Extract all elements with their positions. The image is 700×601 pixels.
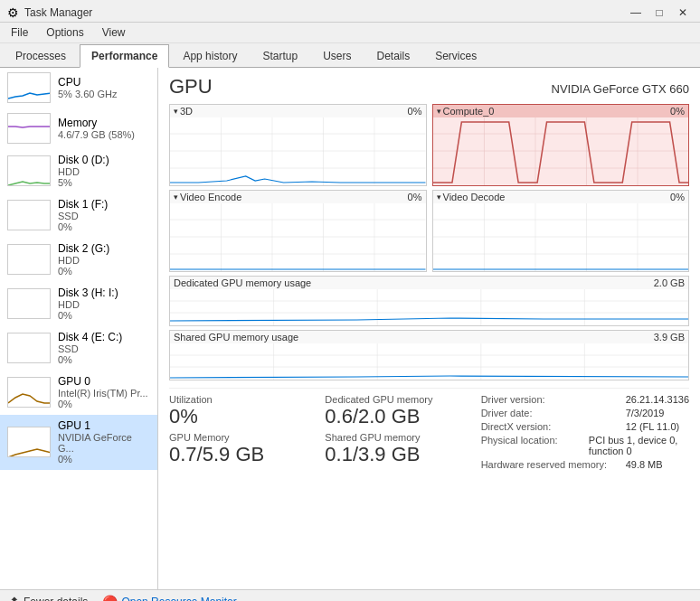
sidebar-item-cpu[interactable]: CPU 5% 3.60 GHz: [0, 68, 157, 108]
sidebar-item-disk4[interactable]: Disk 4 (E: C:) SSD 0%: [0, 326, 157, 371]
resource-monitor-icon: 🔴: [102, 595, 118, 601]
chart-shared-body: [170, 343, 688, 380]
chevron-icon: ▾: [174, 107, 178, 116]
chart-video-decode-label: ▾ Video Decode: [437, 192, 506, 202]
dedicated-mem-value: 0.6/2.0 GB: [325, 405, 462, 428]
chart-compute0-header: ▾ Compute_0 0%: [433, 105, 689, 117]
fewer-details-icon: ⬆: [9, 595, 20, 601]
chart-3d-pct: 0%: [408, 106, 422, 117]
menu-options[interactable]: Options: [43, 24, 87, 41]
cpu-graph: [7, 72, 51, 103]
gpu1-desc: NVIDIA GeForce G...: [58, 432, 150, 454]
utilization-item: Utilization 0%: [169, 394, 307, 428]
tab-performance[interactable]: Performance: [80, 44, 169, 68]
tab-startup[interactable]: Startup: [251, 44, 309, 68]
disk2-pct: 0%: [58, 266, 150, 277]
hw-reserved-label: Hardware reserved memory:: [481, 459, 626, 470]
tab-users[interactable]: Users: [311, 44, 363, 68]
tab-processes[interactable]: Processes: [4, 44, 78, 68]
memory-usage: 4.6/7.9 GB (58%): [58, 129, 150, 140]
chart-video-encode-body: [170, 203, 426, 271]
window-title: Task Manager: [24, 6, 92, 19]
sidebar-item-disk1[interactable]: Disk 1 (F:) SSD 0%: [0, 193, 157, 238]
sidebar-item-gpu1[interactable]: GPU 1 NVIDIA GeForce G... 0%: [0, 415, 157, 470]
chart-compute0-pct: 0%: [670, 106, 685, 117]
cpu-label: CPU: [58, 76, 150, 89]
svg-rect-17: [433, 117, 689, 185]
chart-dedicated-max: 2.0 GB: [654, 277, 685, 288]
footer: ⬆ Fewer details 🔴 Open Resource Monitor: [0, 589, 700, 601]
gpu-memory-label: GPU Memory: [169, 432, 307, 443]
driver-version-value: 26.21.14.3136: [626, 394, 689, 405]
chart-dedicated-body: [170, 289, 688, 325]
disk0-graph: [7, 155, 51, 186]
chart-3d-label: ▾ 3D: [174, 106, 193, 117]
main-layout: CPU 5% 3.60 GHz Memory 4.6/7.9 GB (58%): [0, 68, 700, 589]
svg-rect-6: [8, 333, 51, 363]
memory-graph: [7, 113, 51, 144]
directx-value: 12 (FL 11.0): [626, 421, 680, 432]
gpu-memory-item: GPU Memory 0.7/5.9 GB: [169, 432, 307, 466]
chart-video-encode: ▾ Video Encode 0%: [169, 190, 427, 272]
fewer-details-button[interactable]: ⬆ Fewer details: [9, 595, 88, 601]
physical-row: Physical location: PCI bus 1, device 0, …: [481, 435, 689, 456]
driver-date-row: Driver date: 7/3/2019: [481, 408, 689, 418]
charts-row-1: ▾ 3D 0%: [169, 104, 689, 186]
utilization-value: 0%: [169, 405, 307, 428]
info-left: Utilization 0% GPU Memory 0.7/5.9 GB: [169, 394, 307, 473]
tab-details[interactable]: Details: [364, 44, 421, 68]
tab-apphistory[interactable]: App history: [171, 44, 249, 68]
sidebar-item-memory[interactable]: Memory 4.6/7.9 GB (58%): [0, 108, 157, 149]
svg-rect-0: [8, 73, 51, 103]
gpu1-pct: 0%: [58, 454, 150, 465]
chevron-icon-2: ▾: [437, 107, 441, 116]
memory-info: Memory 4.6/7.9 GB (58%): [58, 117, 150, 140]
disk1-pct: 0%: [58, 221, 150, 232]
content-area: GPU NVIDIA GeForce GTX 660 ▾ 3D 0%: [158, 68, 700, 589]
chart-video-encode-header: ▾ Video Encode 0%: [170, 191, 426, 203]
cpu-info: CPU 5% 3.60 GHz: [58, 76, 150, 99]
chart-dedicated: Dedicated GPU memory usage 2.0 GB: [169, 276, 689, 326]
utilization-label: Utilization: [169, 394, 307, 405]
disk2-graph: [7, 244, 51, 275]
titlebar: ⚙ Task Manager — □ ✕: [0, 0, 700, 23]
disk2-type: HDD: [58, 255, 150, 266]
driver-version-label: Driver version:: [481, 394, 626, 405]
disk3-pct: 0%: [58, 310, 150, 321]
gpu0-label: GPU 0: [58, 375, 150, 388]
chart-video-decode-header: ▾ Video Decode 0%: [433, 191, 689, 203]
driver-version-row: Driver version: 26.21.14.3136: [481, 394, 689, 405]
chart-compute0: ▾ Compute_0 0%: [432, 104, 690, 186]
menu-file[interactable]: File: [7, 24, 32, 41]
chart-video-encode-pct: 0%: [408, 192, 422, 202]
chart-shared-max: 3.9 GB: [654, 332, 685, 343]
tab-services[interactable]: Services: [423, 44, 488, 68]
maximize-button[interactable]: □: [649, 5, 669, 20]
chart-3d-body: [170, 117, 426, 185]
chart-video-encode-label: ▾ Video Encode: [174, 192, 241, 202]
disk1-graph: [7, 200, 51, 230]
svg-rect-48: [170, 343, 688, 380]
disk0-pct: 5%: [58, 177, 150, 188]
chart-3d-header: ▾ 3D 0%: [170, 105, 426, 117]
disk4-label: Disk 4 (E: C:): [58, 331, 150, 343]
directx-label: DirectX version:: [481, 421, 626, 432]
gpu-header: GPU NVIDIA GeForce GTX 660: [169, 75, 689, 99]
minimize-button[interactable]: —: [626, 5, 646, 20]
open-resource-monitor-button[interactable]: 🔴 Open Resource Monitor: [102, 595, 236, 601]
dedicated-item: Dedicated GPU memory 0.6/2.0 GB: [325, 394, 462, 428]
menu-view[interactable]: View: [99, 24, 129, 41]
svg-rect-33: [433, 203, 689, 271]
disk3-type: HDD: [58, 299, 150, 310]
gpu-title: GPU: [169, 75, 213, 99]
close-button[interactable]: ✕: [673, 5, 693, 20]
svg-rect-2: [8, 156, 51, 186]
sidebar-item-disk2[interactable]: Disk 2 (G:) HDD 0%: [0, 238, 157, 282]
sidebar-item-disk0[interactable]: Disk 0 (D:) HDD 5%: [0, 149, 157, 193]
open-resource-label: Open Resource Monitor: [121, 596, 236, 601]
svg-rect-9: [170, 117, 426, 185]
gpu1-info: GPU 1 NVIDIA GeForce G... 0%: [58, 419, 150, 465]
sidebar-item-disk3[interactable]: Disk 3 (H: I:) HDD 0%: [0, 282, 157, 326]
sidebar-item-gpu0[interactable]: GPU 0 Intel(R) Iris(TM) Pr... 0%: [0, 371, 157, 415]
gpu-model: NVIDIA GeForce GTX 660: [552, 82, 689, 96]
